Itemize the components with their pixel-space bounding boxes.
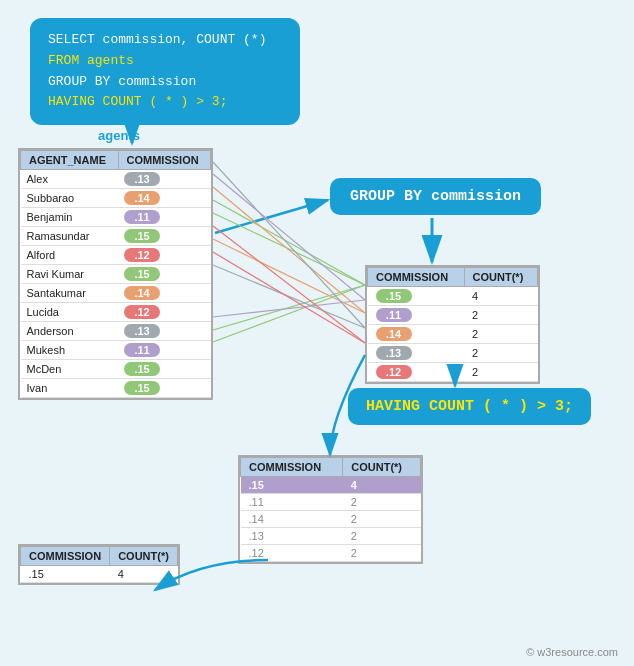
table-row: .154: [21, 566, 178, 583]
agents-col-commission: COMMISSION: [118, 151, 210, 170]
table-row: Anderson.13: [21, 322, 211, 341]
right-col-commission: COMMISSION: [368, 268, 465, 287]
table-row: .132: [241, 528, 421, 545]
table-row: Alford.12: [21, 246, 211, 265]
final-col-commission: COMMISSION: [21, 547, 110, 566]
line-pink-2: [213, 252, 365, 343]
sql-line-3: GROUP BY commission: [48, 72, 282, 93]
table-row: Alex.13: [21, 170, 211, 189]
table-row: .112: [241, 494, 421, 511]
line-orange-2: [213, 239, 365, 313]
mid-col-commission: COMMISSION: [241, 458, 343, 477]
agents-table: AGENT_NAME COMMISSION Alex.13 Subbarao.1…: [18, 148, 213, 400]
agents-col-name: AGENT_NAME: [21, 151, 119, 170]
final-col-count: COUNT(*): [110, 547, 178, 566]
line-gray-2: [213, 265, 365, 328]
commission-table-right: COMMISSION COUNT(*) .154 .112 .142 .132 …: [365, 265, 540, 384]
table-row: .132: [368, 344, 538, 363]
line-green-3: [213, 285, 365, 330]
mid-col-count: COUNT(*): [343, 458, 421, 477]
line-green-2: [213, 213, 365, 285]
line-purple-2: [213, 300, 365, 317]
table-row: Benjamin.11: [21, 208, 211, 227]
watermark: © w3resource.com: [526, 646, 618, 658]
main-container: SELECT commission, COUNT (*) FROM agents…: [0, 0, 634, 666]
table-row: .154: [368, 287, 538, 306]
table-row: .112: [368, 306, 538, 325]
sql-line-2: FROM agents: [48, 51, 282, 72]
right-col-count: COUNT(*): [464, 268, 537, 287]
table-row: .154: [241, 477, 421, 494]
sql-line-4: HAVING COUNT ( * ) > 3;: [48, 92, 282, 113]
arrow-agents-to-groupby: [215, 200, 328, 233]
table-row: Lucida.12: [21, 303, 211, 322]
sql-line-1: SELECT commission, COUNT (*): [48, 30, 282, 51]
table-row: Subbarao.14: [21, 189, 211, 208]
groupby-box: GROUP BY commission: [330, 178, 541, 215]
table-row: .142: [368, 325, 538, 344]
table-row: Santakumar.14: [21, 284, 211, 303]
table-row: Mukesh.11: [21, 341, 211, 360]
line-green-4: [213, 285, 365, 342]
agents-label: agents: [98, 128, 140, 143]
commission-table-mid: COMMISSION COUNT(*) .154 .112 .142 .132 …: [238, 455, 423, 564]
table-row: .142: [241, 511, 421, 528]
table-row: Ivan.15: [21, 379, 211, 398]
table-row: .122: [368, 363, 538, 382]
sql-box: SELECT commission, COUNT (*) FROM agents…: [30, 18, 300, 125]
having-box: HAVING COUNT ( * ) > 3;: [348, 388, 591, 425]
commission-table-final: COMMISSION COUNT(*) .154: [18, 544, 180, 585]
table-row: Ravi Kumar.15: [21, 265, 211, 284]
table-row: .122: [241, 545, 421, 562]
table-row: Ramasundar.15: [21, 227, 211, 246]
line-pink-1: [213, 226, 365, 343]
table-row: McDen.15: [21, 360, 211, 379]
